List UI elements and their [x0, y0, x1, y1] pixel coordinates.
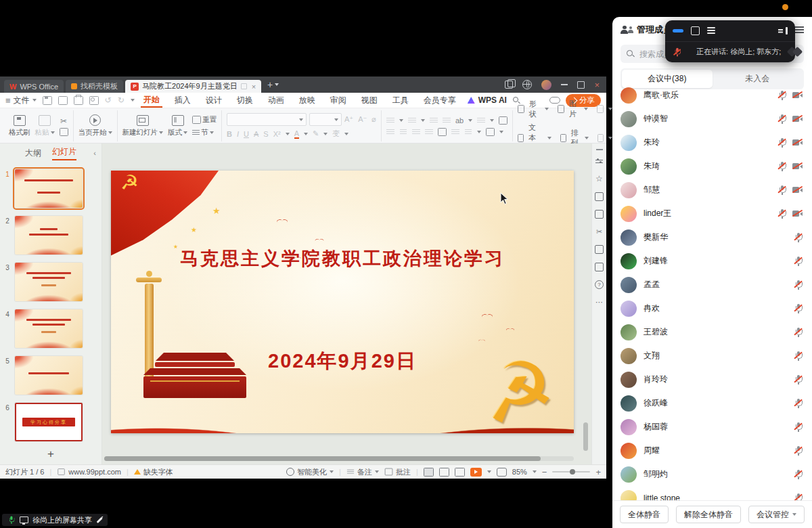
minimize-button[interactable] — [561, 84, 568, 85]
pin-icon[interactable] — [241, 83, 247, 89]
member-list-icon[interactable] — [707, 27, 715, 34]
add-slide-button[interactable]: + — [0, 444, 102, 464]
shrink-font-icon[interactable]: A⁻ — [358, 115, 367, 124]
member-row[interactable]: 周耀 — [612, 439, 812, 462]
camera-off-icon[interactable] — [792, 162, 803, 170]
member-row[interactable]: 王碧波 — [612, 320, 812, 344]
editor-canvas[interactable]: ☭ ★ ★ ★ ☭ 马克思主义学院教职工政治理论学习 2024 — [102, 144, 591, 464]
menu-tab-0[interactable]: 开始 — [141, 93, 162, 108]
mic-muted-icon[interactable] — [794, 351, 803, 361]
slide-thumbnail-row[interactable]: 1 — [0, 169, 102, 208]
screen-share-banner[interactable]: 徐尚上的屏幕共享 — [2, 514, 108, 526]
tab-wps-office[interactable]: W WPS Office — [4, 80, 64, 93]
maximize-meeting-icon[interactable] — [691, 26, 700, 35]
menu-tab-8[interactable]: 工具 — [390, 94, 411, 107]
menu-tab-7[interactable]: 视图 — [359, 94, 380, 107]
clip-icon[interactable]: ✂ — [596, 227, 602, 236]
member-row[interactable]: little stone — [612, 486, 812, 501]
member-row[interactable]: 文翔 — [612, 344, 812, 368]
zoom-slider[interactable] — [552, 471, 590, 472]
member-row[interactable]: 徐跃峰 — [612, 391, 812, 415]
align-center-icon[interactable] — [399, 129, 407, 135]
slide-thumbnail[interactable] — [15, 356, 83, 395]
camera-off-icon[interactable] — [792, 210, 803, 217]
new-slide-button[interactable]: 新建幻灯片 — [122, 115, 164, 137]
menu-tab-1[interactable]: 插入 — [172, 94, 194, 107]
properties-icon[interactable] — [595, 159, 603, 165]
slide-thumbnail-row[interactable]: 5 — [0, 356, 102, 395]
play-from-current-button[interactable]: 当页开始 — [78, 114, 112, 137]
menu-tab-5[interactable]: 放映 — [296, 94, 318, 107]
mic-muted-icon[interactable] — [777, 209, 786, 219]
camera-off-icon[interactable] — [792, 186, 803, 194]
collapse-rail-icon[interactable] — [596, 149, 603, 150]
member-list[interactable]: 鹰歌·歌乐 钟谟智 朱玲 朱琦 邹慧 — [612, 81, 812, 501]
member-row[interactable]: linder王 — [612, 202, 812, 225]
more-icon[interactable]: ⋯ — [595, 298, 603, 307]
bullets-icon[interactable] — [386, 117, 394, 124]
cloud-sync-icon[interactable] — [549, 97, 560, 104]
toolbar-chevron-icon[interactable] — [131, 99, 135, 102]
slide-thumbnail-row[interactable]: 4 — [0, 309, 102, 348]
menu-tab-2[interactable]: 设计 — [203, 94, 225, 107]
slide-thumbnail-row[interactable]: 2 — [0, 216, 102, 255]
zoom-level[interactable]: 85% — [512, 468, 527, 476]
vertical-scrollbar[interactable] — [583, 422, 588, 451]
export-icon[interactable] — [58, 96, 68, 105]
member-row[interactable]: 邹明灼 — [612, 462, 812, 486]
missing-font-warning[interactable]: 缺失字体 — [134, 467, 173, 477]
mic-muted-icon[interactable] — [777, 91, 786, 100]
mic-muted-icon[interactable] — [794, 280, 803, 290]
chart-icon[interactable] — [597, 105, 604, 113]
reading-layout-icon[interactable] — [595, 245, 604, 254]
text-direction-icon[interactable] — [499, 116, 508, 125]
menu-tab-6[interactable]: 审阅 — [328, 94, 349, 107]
paragraph-settings-icon[interactable] — [464, 129, 472, 135]
section-button[interactable]: 节 — [192, 128, 214, 137]
tab-list-chevron-icon[interactable] — [275, 83, 279, 86]
menu-tab-9[interactable]: 会员专享 — [421, 94, 459, 107]
copy-icon[interactable] — [60, 128, 68, 136]
dock-panel-icon[interactable] — [778, 27, 788, 35]
numbering-icon[interactable] — [408, 117, 416, 124]
mic-muted-icon[interactable] — [794, 422, 803, 432]
member-row[interactable]: 冉欢 — [612, 296, 812, 320]
distribute-icon[interactable] — [438, 128, 447, 136]
mic-muted-icon[interactable] — [794, 304, 803, 313]
comments-button[interactable]: 批注 — [384, 467, 411, 477]
slide-sorter-icon[interactable] — [439, 468, 449, 477]
mic-muted-icon[interactable] — [777, 138, 786, 148]
member-row[interactable]: 朱玲 — [612, 131, 812, 154]
slide-thumbnail[interactable] — [15, 216, 83, 255]
camera-off-icon[interactable] — [792, 91, 803, 99]
file-menu[interactable]: ≡ 文件 — [5, 95, 37, 106]
animation-pane-icon[interactable] — [595, 263, 604, 271]
mic-muted-icon[interactable] — [777, 114, 786, 124]
search-commands-icon[interactable] — [513, 97, 520, 104]
layout-button[interactable]: 版式 — [168, 115, 187, 137]
slideshow-button[interactable] — [470, 468, 482, 477]
normal-view-icon[interactable] — [424, 468, 434, 477]
shadow-icon[interactable]: S — [263, 130, 268, 138]
notes-button[interactable]: 备注 — [346, 467, 379, 477]
help-icon[interactable]: ? — [595, 280, 604, 289]
mic-muted-icon[interactable] — [777, 162, 786, 171]
slide-thumbnail[interactable] — [15, 169, 83, 208]
char-spacing-icon[interactable]: ab — [455, 116, 464, 125]
slide[interactable]: ☭ ★ ★ ★ ☭ 马克思主义学院教职工政治理论学习 2024 — [111, 171, 574, 433]
decrease-indent-icon[interactable] — [430, 117, 438, 124]
restore-button[interactable] — [577, 81, 585, 89]
panel-menu-icon[interactable] — [794, 26, 804, 33]
strikethrough-icon[interactable]: A — [254, 130, 258, 138]
clear-format-icon[interactable]: ⌀ — [371, 115, 376, 124]
tab-current-document[interactable]: P 马院教工2024年9月主题党日 × — [125, 80, 261, 93]
globe-icon[interactable] — [522, 80, 532, 89]
align-right-icon[interactable] — [412, 129, 420, 135]
mic-muted-icon[interactable] — [794, 470, 803, 479]
media-icon[interactable] — [597, 134, 604, 142]
grow-font-icon[interactable]: A⁺ — [344, 115, 353, 124]
member-row[interactable]: 朱琦 — [612, 154, 812, 178]
increase-indent-icon[interactable] — [443, 117, 451, 124]
slide-title[interactable]: 马克思主义学院教职工政治理论学习 — [111, 246, 574, 271]
print-icon[interactable] — [74, 96, 83, 105]
